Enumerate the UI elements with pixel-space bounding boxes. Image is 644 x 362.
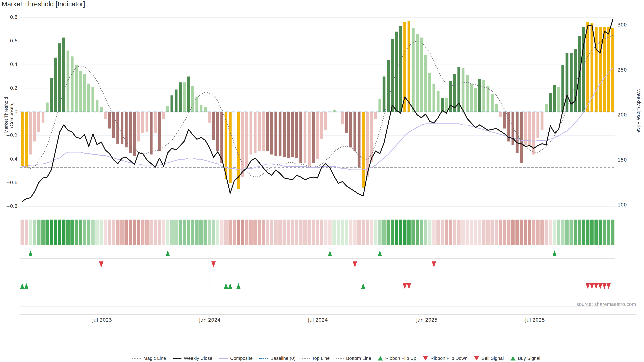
threshold-bar bbox=[154, 112, 157, 133]
ribbon-flip-up-marker bbox=[552, 250, 556, 256]
solid-line-swatch bbox=[173, 358, 182, 359]
ribbon-cell bbox=[200, 220, 203, 245]
ribbon-cell bbox=[79, 220, 82, 245]
threshold-bar bbox=[499, 112, 502, 117]
threshold-bar bbox=[42, 112, 44, 123]
ribbon-cell bbox=[96, 220, 99, 245]
ribbon-cell bbox=[220, 220, 224, 245]
ribbon-cell bbox=[187, 220, 190, 245]
ribbon-cell bbox=[507, 220, 510, 245]
sell-signal-marker bbox=[598, 283, 602, 289]
ribbon-cell bbox=[116, 220, 120, 245]
threshold-bar bbox=[445, 98, 448, 112]
x-axis-tick-label: Jul 2024 bbox=[308, 317, 328, 323]
legend-item-weekly-close: Weekly Close bbox=[173, 356, 212, 361]
ribbon-cell bbox=[75, 220, 78, 245]
threshold-bar bbox=[142, 112, 144, 133]
threshold-bar bbox=[262, 112, 265, 151]
ribbon-cell bbox=[37, 220, 40, 245]
left-axis-tick-label: −0.4 bbox=[1, 156, 18, 162]
ribbon-cell bbox=[33, 220, 36, 245]
ribbon-cell bbox=[278, 220, 282, 245]
threshold-bar bbox=[391, 39, 394, 112]
ribbon-flip-up-marker bbox=[378, 250, 382, 256]
ribbon-cell bbox=[436, 220, 440, 245]
sell-signal-marker bbox=[594, 283, 598, 289]
ribbon-cell bbox=[312, 220, 315, 245]
ribbon-cell bbox=[104, 220, 107, 245]
threshold-bar bbox=[466, 75, 468, 112]
threshold-bar bbox=[541, 112, 544, 130]
ribbon-cell bbox=[332, 220, 336, 245]
left-axis-tick-label: 0.6 bbox=[1, 38, 18, 43]
threshold-bar bbox=[495, 104, 498, 112]
ribbon-cell bbox=[553, 220, 556, 245]
threshold-bar bbox=[100, 107, 103, 112]
right-axis-tick-label: 250 bbox=[618, 67, 627, 73]
threshold-bar bbox=[212, 112, 215, 140]
sell-signal-marker bbox=[590, 283, 594, 289]
ribbon-cell bbox=[420, 220, 423, 245]
ribbon-cell bbox=[561, 220, 564, 245]
ribbon-cell bbox=[445, 220, 448, 245]
chart-canvas bbox=[0, 0, 644, 362]
ribbon-cell bbox=[58, 220, 62, 245]
threshold-bar bbox=[366, 112, 369, 177]
threshold-bar bbox=[536, 112, 539, 138]
threshold-bar bbox=[441, 98, 444, 112]
ribbon-cell bbox=[245, 220, 248, 245]
threshold-bar bbox=[295, 112, 298, 158]
threshold-bar bbox=[241, 112, 244, 177]
threshold-bar bbox=[432, 84, 435, 112]
buy-signal-marker bbox=[224, 283, 228, 289]
sell-signal-marker bbox=[602, 283, 606, 289]
ribbon-cell bbox=[282, 220, 286, 245]
threshold-bar bbox=[562, 65, 564, 112]
threshold-bar bbox=[62, 37, 65, 112]
buy-signal-marker bbox=[228, 283, 232, 289]
threshold-bar bbox=[320, 112, 323, 139]
threshold-bar bbox=[553, 85, 556, 112]
ribbon-cell bbox=[249, 220, 252, 245]
threshold-bar bbox=[412, 28, 414, 112]
threshold-bar bbox=[250, 112, 252, 155]
threshold-bar bbox=[462, 68, 464, 112]
threshold-bar bbox=[516, 112, 518, 153]
ribbon-cell bbox=[482, 220, 486, 245]
x-axis-tick-label: Jan 2025 bbox=[416, 317, 438, 323]
ribbon-flip-up-marker bbox=[328, 250, 332, 256]
threshold-bar bbox=[183, 82, 186, 112]
ribbon-cell bbox=[299, 220, 302, 245]
threshold-bar bbox=[478, 79, 481, 112]
threshold-bar bbox=[220, 112, 223, 163]
ribbon-flip-down-marker bbox=[99, 261, 104, 268]
ribbon-cell bbox=[598, 220, 602, 245]
ribbon-cell bbox=[345, 220, 348, 245]
threshold-bar bbox=[482, 80, 485, 112]
ribbon-cell bbox=[399, 220, 402, 245]
ribbon-cell bbox=[46, 220, 49, 245]
threshold-bar bbox=[599, 27, 602, 112]
ribbon-cell bbox=[174, 220, 178, 245]
triangle-down-icon bbox=[423, 356, 428, 361]
ribbon-cell bbox=[241, 220, 244, 245]
legend-label: Ribbon Flip Down bbox=[430, 356, 468, 361]
ribbon-cell bbox=[183, 220, 186, 245]
legend-item-top-line: Top Line bbox=[302, 356, 330, 361]
threshold-bar bbox=[341, 112, 344, 124]
threshold-bar bbox=[349, 112, 352, 147]
threshold-bar bbox=[491, 94, 494, 112]
threshold-bar bbox=[33, 112, 36, 141]
ribbon-cell bbox=[308, 220, 311, 245]
ribbon-cell bbox=[341, 220, 344, 245]
ribbon-flip-down-marker bbox=[432, 261, 436, 268]
ribbon-cell bbox=[91, 220, 94, 245]
left-axis-tick-label: 0 bbox=[1, 109, 18, 114]
threshold-bar bbox=[354, 112, 356, 151]
source-attribution: source: sharemaestro.com bbox=[470, 301, 636, 307]
threshold-bar bbox=[590, 23, 593, 112]
threshold-bar bbox=[382, 77, 386, 112]
ribbon-cell bbox=[378, 220, 382, 245]
threshold-bar bbox=[116, 112, 119, 144]
legend: Magic LineWeekly CloseCompositeBaseline … bbox=[49, 355, 624, 362]
